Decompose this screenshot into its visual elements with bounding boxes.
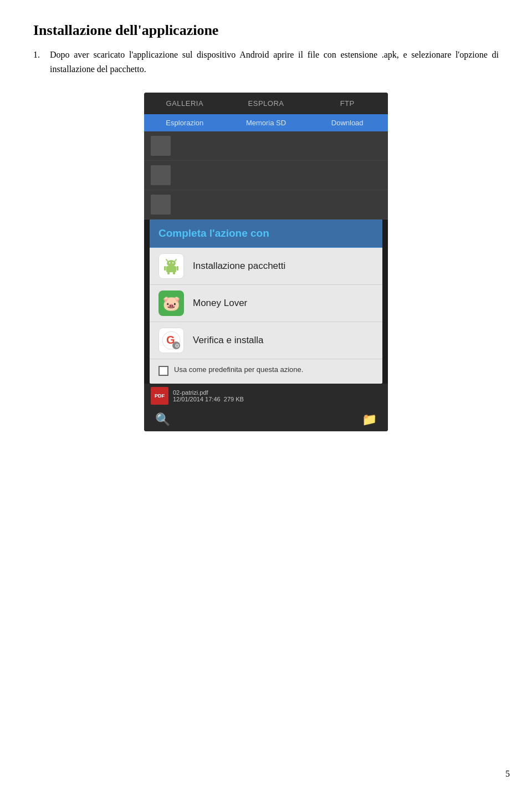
app-option-money-lover[interactable]: 🐷 Money Lover: [150, 285, 382, 322]
file-row-3: [144, 190, 388, 220]
bottom-actions: 🔍 📁: [144, 408, 388, 431]
svg-rect-8: [167, 272, 170, 274]
svg-rect-6: [164, 266, 166, 271]
default-action-checkbox[interactable]: [158, 366, 168, 376]
tab-esplora[interactable]: ESPLORA: [226, 97, 307, 110]
page-title: Installazione dell'applicazione: [33, 22, 499, 39]
pdf-info: 02-patrizi.pdf 12/01/2014 17:46 279 KB: [173, 389, 244, 402]
file-icon-2: [151, 165, 171, 185]
app-option-installazione[interactable]: Installazione pacchetti: [150, 248, 382, 285]
file-icon-3: [151, 195, 171, 215]
app-label-verifica: Verifica e installa: [193, 335, 264, 346]
piggy-icon: 🐷: [162, 295, 180, 312]
modal-title: Completa l'azione con: [158, 227, 374, 239]
money-lover-icon: 🐷: [158, 290, 184, 316]
tab-bar: GALLERIA ESPLORA FTP: [144, 93, 388, 114]
svg-rect-9: [173, 272, 175, 274]
modal-header: Completa l'azione con: [150, 220, 382, 247]
android-screen: GALLERIA ESPLORA FTP Esplorazion Memoria…: [144, 93, 388, 431]
modal-dialog: Completa l'azione con: [150, 220, 382, 384]
search-icon[interactable]: 🔍: [155, 412, 170, 427]
android-icon: [158, 253, 184, 279]
tab-ftp[interactable]: FTP: [306, 97, 388, 110]
file-icon-1: [151, 136, 171, 156]
svg-text:⚙: ⚙: [175, 343, 180, 349]
screenshot-container: GALLERIA ESPLORA FTP Esplorazion Memoria…: [33, 93, 499, 431]
sub-tab-esplorazione[interactable]: Esplorazion: [144, 114, 226, 131]
sub-tab-bar: Esplorazion Memoria SD Download: [144, 114, 388, 131]
file-list-background: Completa l'azione con: [144, 131, 388, 384]
svg-point-2: [167, 260, 176, 267]
svg-line-0: [166, 259, 168, 262]
modal-overlay: Completa l'azione con: [144, 220, 388, 384]
svg-rect-7: [177, 266, 179, 271]
pdf-icon: PDF: [151, 387, 168, 405]
page-number: 5: [505, 769, 510, 779]
svg-point-4: [172, 262, 173, 263]
app-label-money-lover: Money Lover: [193, 298, 247, 309]
pdf-filename: 02-patrizi.pdf: [173, 389, 244, 396]
app-option-verifica[interactable]: G ⚙ Verifica e installa: [150, 322, 382, 359]
app-label-installazione: Installazione pacchetti: [193, 261, 285, 272]
svg-line-1: [175, 259, 176, 262]
svg-rect-5: [166, 266, 176, 272]
google-icon: G ⚙: [158, 328, 184, 353]
sub-tab-download[interactable]: Download: [306, 114, 388, 131]
list-number: 1.: [33, 48, 50, 62]
checkbox-label: Usa come predefinita per questa azione.: [174, 365, 303, 375]
bottom-file-bar: PDF 02-patrizi.pdf 12/01/2014 17:46 279 …: [144, 384, 388, 408]
tab-galleria[interactable]: GALLERIA: [144, 97, 226, 110]
svg-point-3: [169, 262, 170, 263]
pdf-metadata: 12/01/2014 17:46 279 KB: [173, 396, 244, 402]
pdf-row: PDF 02-patrizi.pdf 12/01/2014 17:46 279 …: [151, 387, 381, 405]
sub-tab-memoria-sd[interactable]: Memoria SD: [226, 114, 307, 131]
instruction-text: Dopo aver scaricato l'applicazione sul d…: [50, 48, 499, 76]
instruction-item-1: 1. Dopo aver scaricato l'applicazione su…: [33, 48, 499, 76]
folder-add-icon[interactable]: 📁: [362, 412, 377, 427]
checkbox-row[interactable]: Usa come predefinita per questa azione.: [150, 359, 382, 384]
file-row-2: [144, 161, 388, 190]
file-row-1: [144, 131, 388, 161]
